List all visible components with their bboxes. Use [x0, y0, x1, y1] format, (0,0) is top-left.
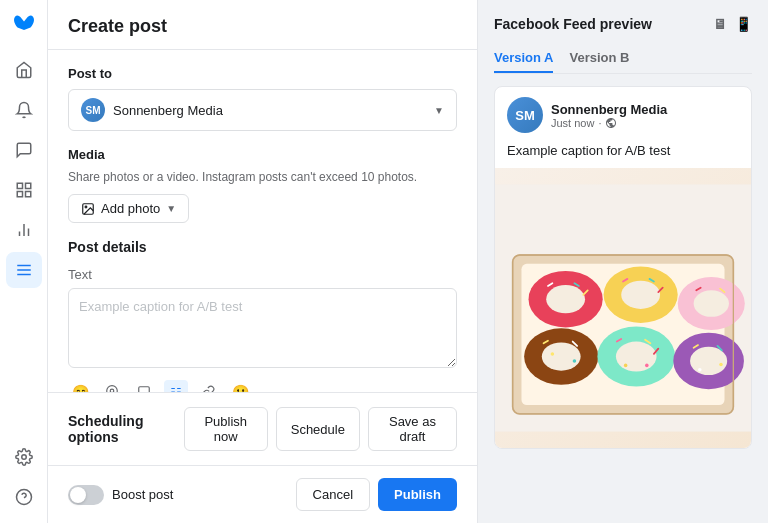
- svg-point-51: [719, 363, 723, 367]
- donut-scene: [495, 168, 751, 448]
- text-input[interactable]: [68, 288, 457, 368]
- svg-rect-2: [25, 192, 30, 197]
- svg-rect-1: [25, 183, 30, 188]
- preview-avatar: SM: [507, 97, 543, 133]
- svg-point-50: [698, 368, 702, 372]
- photo-icon: [81, 202, 95, 216]
- svg-point-14: [85, 206, 87, 208]
- post-details-section: Post details Text 😊: [68, 239, 457, 392]
- svg-point-44: [624, 364, 628, 368]
- mention-button[interactable]: [132, 380, 156, 392]
- boost-toggle-switch[interactable]: [68, 485, 104, 505]
- main-content: Create post Post to SM Sonnenberg Media …: [48, 0, 768, 523]
- publish-now-button[interactable]: Publish now: [184, 407, 268, 451]
- save-draft-button[interactable]: Save as draft: [368, 407, 457, 451]
- scheduling-buttons: Publish now Schedule Save as draft: [184, 407, 457, 451]
- meta-logo[interactable]: [8, 8, 40, 40]
- tab-version-b[interactable]: Version B: [569, 44, 629, 73]
- dropdown-left: SM Sonnenberg Media: [81, 98, 223, 122]
- add-photo-button[interactable]: Add photo ▼: [68, 194, 189, 223]
- media-sublabel: Share photos or a video. Instagram posts…: [68, 170, 457, 184]
- svg-point-37: [551, 352, 555, 356]
- svg-point-38: [573, 359, 577, 363]
- panel-footer: Boost post Cancel Publish: [48, 465, 477, 523]
- post-to-label: Post to: [68, 66, 457, 81]
- sidebar-item-settings[interactable]: [6, 439, 42, 475]
- svg-point-34: [542, 342, 581, 370]
- preview-meta: Just now ·: [551, 117, 667, 129]
- preview-panel: Facebook Feed preview 🖥 📱 Version A Vers…: [478, 0, 768, 523]
- media-section: Media Share photos or a video. Instagram…: [68, 147, 457, 223]
- add-photo-label: Add photo: [101, 201, 160, 216]
- boost-label: Boost post: [112, 487, 173, 502]
- post-to-dropdown[interactable]: SM Sonnenberg Media ▼: [68, 89, 457, 131]
- preview-device-icons: 🖥 📱: [713, 16, 752, 32]
- cancel-button[interactable]: Cancel: [296, 478, 370, 511]
- svg-rect-3: [17, 192, 22, 197]
- svg-point-40: [616, 342, 657, 372]
- dropdown-chevron-icon: ▼: [434, 105, 444, 116]
- text-label: Text: [68, 267, 457, 282]
- sidebar-item-home[interactable]: [6, 52, 42, 88]
- desktop-icon[interactable]: 🖥: [713, 16, 727, 32]
- media-label: Media: [68, 147, 457, 162]
- link-button[interactable]: [196, 380, 220, 392]
- sidebar-item-notifications[interactable]: [6, 92, 42, 128]
- account-avatar: SM: [81, 98, 105, 122]
- preview-user-info: Sonnenberg Media Just now ·: [551, 102, 667, 129]
- preview-username: Sonnenberg Media: [551, 102, 667, 117]
- sidebar: [0, 0, 48, 523]
- footer-buttons: Cancel Publish: [296, 478, 457, 511]
- scheduling-section: Scheduling options Publish now Schedule …: [48, 392, 477, 465]
- scheduling-header: Scheduling options Publish now Schedule …: [68, 407, 457, 451]
- emoji-button[interactable]: 😊: [68, 380, 92, 392]
- tab-version-a[interactable]: Version A: [494, 44, 553, 73]
- schedule-button[interactable]: Schedule: [276, 407, 360, 451]
- publish-button[interactable]: Publish: [378, 478, 457, 511]
- globe-icon: [605, 117, 617, 129]
- panel-title: Create post: [68, 16, 457, 37]
- account-name: Sonnenberg Media: [113, 103, 223, 118]
- add-photo-dropdown-icon: ▼: [166, 203, 176, 214]
- preview-card-header: SM Sonnenberg Media Just now ·: [495, 87, 751, 143]
- preview-card: SM Sonnenberg Media Just now · Example c…: [494, 86, 752, 449]
- svg-rect-0: [17, 183, 22, 188]
- svg-point-20: [546, 285, 585, 313]
- post-to-section: Post to SM Sonnenberg Media ▼: [68, 66, 457, 131]
- sidebar-item-help[interactable]: [6, 479, 42, 515]
- panel-body: Post to SM Sonnenberg Media ▼ Media Shar…: [48, 50, 477, 392]
- svg-point-25: [621, 281, 660, 309]
- preview-title-text: Facebook Feed preview: [494, 16, 652, 32]
- donut-preview-image: [495, 168, 751, 448]
- post-details-header: Post details: [68, 239, 457, 255]
- svg-point-10: [21, 455, 26, 460]
- sidebar-item-menu[interactable]: [6, 252, 42, 288]
- emoji-toolbar: 😊 😀: [68, 372, 457, 392]
- sidebar-item-messages[interactable]: [6, 132, 42, 168]
- svg-point-45: [645, 364, 649, 368]
- svg-point-30: [694, 290, 729, 316]
- boost-toggle: Boost post: [68, 485, 173, 505]
- preview-caption: Example caption for A/B test: [495, 143, 751, 168]
- preview-tabs: Version A Version B: [494, 44, 752, 74]
- preview-title-row: Facebook Feed preview 🖥 📱: [494, 16, 752, 32]
- more-emoji-button[interactable]: 😀: [228, 380, 252, 392]
- scheduling-title: Scheduling options: [68, 413, 184, 445]
- location-button[interactable]: [100, 380, 124, 392]
- sidebar-item-pages[interactable]: [6, 172, 42, 208]
- sidebar-item-analytics[interactable]: [6, 212, 42, 248]
- create-post-panel: Create post Post to SM Sonnenberg Media …: [48, 0, 478, 523]
- ab-test-toolbar-button[interactable]: [164, 380, 188, 392]
- mobile-icon[interactable]: 📱: [735, 16, 752, 32]
- panel-header: Create post: [48, 0, 477, 50]
